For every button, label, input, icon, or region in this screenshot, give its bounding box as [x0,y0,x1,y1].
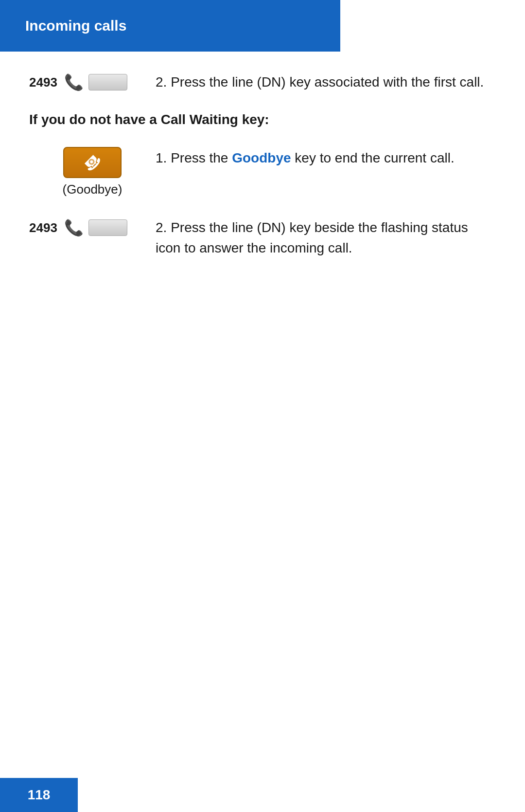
step-1-text: 2. Press the line (DN) key associated wi… [156,71,496,92]
step-2-text: 2. Press the line (DN) key beside the fl… [156,217,496,258]
goodbye-step-text: 1. Press the Goodbye key to end the curr… [156,147,496,168]
step-2-icons: 2493 📞 [29,217,156,237]
phone-icon-2: 📞 [64,218,84,237]
step-2-number: 2. [156,220,167,235]
step-1-icons: 2493 📞 [29,71,156,91]
line-key-button-2 [88,219,127,236]
section-heading: If you do not have a Call Waiting key: [29,112,496,127]
goodbye-label: (Goodbye) [63,182,122,197]
goodbye-text-after: key to end the current call. [291,150,455,165]
goodbye-step-row: ☎ (Goodbye) 1. Press the Goodbye key to … [29,147,496,197]
main-content: 2493 📞 2. Press the line (DN) key associ… [0,52,525,297]
goodbye-phone-icon: ☎ [80,150,105,175]
step-1-description: Press the line (DN) key associated with … [171,74,484,90]
line-key-button-1 [88,74,127,90]
goodbye-button: ☎ [63,147,122,178]
page-title: Incoming calls [25,18,126,34]
goodbye-link: Goodbye [232,150,291,165]
dn-number-1: 2493 [29,75,57,90]
step-row-1: 2493 📞 2. Press the line (DN) key associ… [29,71,496,92]
goodbye-text-before: Press the [171,150,232,165]
step-2-description: Press the line (DN) key beside the flash… [156,220,468,255]
goodbye-step-number: 1. [156,150,167,165]
step-1-number: 2. [156,74,167,90]
dn-number-2: 2493 [29,220,57,235]
header-bar: Incoming calls [0,0,340,52]
page-number: 118 [28,787,51,803]
phone-icon-1: 📞 [64,73,84,91]
footer: 118 [0,778,78,812]
step-row-2: 2493 📞 2. Press the line (DN) key beside… [29,217,496,258]
goodbye-container: ☎ (Goodbye) [29,147,156,197]
